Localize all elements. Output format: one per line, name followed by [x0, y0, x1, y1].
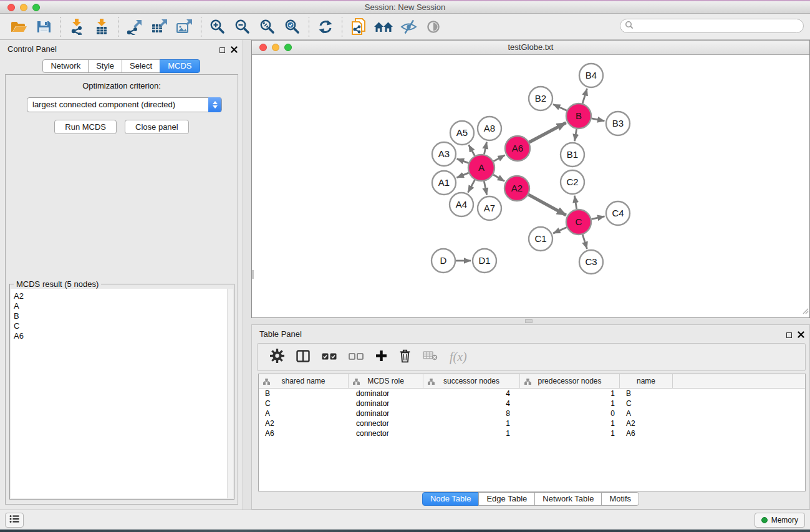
node-B2[interactable]: B2 [529, 87, 552, 110]
task-history-button[interactable] [5, 513, 24, 528]
close-panel-icon[interactable] [231, 44, 238, 56]
hide-graphics-details-icon[interactable] [396, 16, 421, 38]
result-item[interactable]: A [14, 301, 227, 311]
column-header-predecessor-nodes[interactable]: predecessor nodes [520, 374, 620, 388]
zoom-window-button[interactable] [32, 4, 40, 11]
canvas-scroll-tick[interactable] [252, 270, 254, 279]
edge-A-A8[interactable] [484, 142, 486, 155]
table-tab-network-table[interactable]: Network Table [534, 492, 602, 506]
node-C[interactable]: C [566, 210, 591, 235]
edge-B-B1[interactable] [575, 129, 577, 142]
refresh-icon[interactable] [313, 16, 338, 38]
edge-A-A2[interactable] [493, 175, 504, 181]
table-row[interactable]: A2connector11A2 [259, 418, 805, 428]
edge-C-C3[interactable] [582, 235, 587, 249]
node-A[interactable]: A [468, 155, 494, 181]
zoom-selected-icon[interactable] [280, 16, 305, 38]
result-item[interactable]: B [14, 311, 227, 321]
node-A6[interactable]: A6 [505, 136, 530, 161]
edge-C-C2[interactable] [574, 196, 576, 210]
node-B3[interactable]: B3 [606, 112, 630, 135]
result-item[interactable]: C [14, 321, 227, 331]
splitpane-divider-handle[interactable] [525, 319, 533, 323]
network-close-button[interactable] [259, 44, 267, 51]
float-table-panel-icon[interactable] [786, 332, 792, 338]
open-session-icon[interactable] [6, 16, 31, 38]
node-A4[interactable]: A4 [450, 193, 473, 216]
node-A1[interactable]: A1 [432, 171, 456, 195]
edge-C-C1[interactable] [553, 227, 567, 233]
network-canvas[interactable]: AA1A2A3A4A5A6A7A8BB1B2B3B4CC1C2C3C4DD1 [252, 55, 809, 317]
delete-column-trash-icon[interactable] [399, 349, 411, 365]
node-C2[interactable]: C2 [561, 170, 584, 194]
edge-A-A4[interactable] [468, 180, 475, 192]
result-scrollbar[interactable] [227, 289, 233, 498]
export-table-icon[interactable] [147, 16, 172, 38]
window-resize-grip[interactable] [801, 306, 809, 317]
edge-B-B4[interactable] [582, 89, 587, 104]
edge-A-A3[interactable] [457, 159, 469, 163]
network-window-titlebar[interactable]: testGlobe.txt [252, 41, 809, 55]
zoom-out-icon[interactable] [230, 16, 255, 38]
create-column-plus-icon[interactable] [375, 350, 387, 364]
search-field[interactable] [620, 19, 804, 33]
table-settings-gear-icon[interactable] [270, 349, 284, 365]
close-panel-button[interactable]: Close panel [125, 120, 189, 134]
node-D[interactable]: D [432, 249, 455, 273]
tab-network[interactable]: Network [42, 59, 89, 73]
export-network-icon[interactable] [122, 16, 147, 38]
edge-A2-C[interactable] [528, 195, 566, 215]
edge-A-A7[interactable] [484, 181, 486, 195]
table-row[interactable]: Bdominator41B [259, 389, 805, 399]
select-all-rows-icon[interactable] [322, 352, 337, 363]
table-tab-motifs[interactable]: Motifs [601, 492, 639, 506]
clone-network-icon[interactable] [346, 16, 371, 38]
table-row[interactable]: Cdominator41C [259, 399, 805, 409]
mcds-result-list[interactable]: A2ABCA6 [11, 289, 227, 498]
deselect-all-rows-icon[interactable] [349, 352, 364, 363]
result-item[interactable]: A2 [14, 291, 227, 301]
network-zoom-button[interactable] [284, 44, 292, 51]
tab-mcds[interactable]: MCDS [160, 59, 200, 73]
edge-A-A1[interactable] [456, 173, 468, 178]
tab-style[interactable]: Style [88, 59, 122, 73]
edge-B-B2[interactable] [553, 104, 567, 110]
edge-A-A5[interactable] [469, 145, 475, 156]
run-mcds-button[interactable]: Run MCDS [54, 120, 117, 134]
result-item[interactable]: A6 [14, 331, 227, 341]
zoom-fit-icon[interactable] [255, 16, 280, 38]
node-A8[interactable]: A8 [478, 117, 501, 140]
show-graphics-details-icon[interactable] [421, 16, 446, 38]
node-C1[interactable]: C1 [529, 227, 552, 251]
float-panel-icon[interactable] [219, 47, 225, 53]
edge-A-A6[interactable] [493, 155, 504, 162]
edge-C-C4[interactable] [591, 216, 604, 220]
column-header-name[interactable]: name [620, 374, 673, 388]
tab-select[interactable]: Select [122, 59, 160, 73]
edge-B-B3[interactable] [592, 118, 605, 121]
column-header-MCDS-role[interactable]: MCDS role [349, 374, 423, 388]
show-columns-icon[interactable] [296, 350, 310, 365]
close-window-button[interactable] [7, 4, 15, 11]
export-image-icon[interactable] [172, 16, 197, 38]
apply-function-fx-icon[interactable]: f(x) [450, 350, 467, 364]
criterion-select[interactable]: largest connected component (directed) [27, 97, 222, 112]
delete-table-icon[interactable] [423, 351, 438, 364]
node-A2[interactable]: A2 [504, 176, 529, 201]
close-table-panel-icon[interactable] [798, 329, 804, 341]
column-header-successor-nodes[interactable]: successor nodes [423, 374, 520, 388]
node-D1[interactable]: D1 [473, 249, 496, 273]
first-neighbors-icon[interactable] [371, 16, 396, 38]
table-row[interactable]: A6connector11A6 [259, 428, 805, 438]
node-B4[interactable]: B4 [579, 64, 603, 87]
column-header-shared-name[interactable]: shared name [259, 374, 349, 388]
edge-A6-B[interactable] [529, 123, 566, 142]
zoom-in-icon[interactable] [205, 16, 230, 38]
node-B1[interactable]: B1 [561, 143, 584, 167]
import-network-icon[interactable] [64, 16, 89, 38]
node-A7[interactable]: A7 [478, 196, 501, 220]
node-C3[interactable]: C3 [579, 250, 603, 274]
import-table-icon[interactable] [89, 16, 114, 38]
save-session-icon[interactable] [31, 16, 56, 38]
node-C4[interactable]: C4 [606, 201, 630, 225]
